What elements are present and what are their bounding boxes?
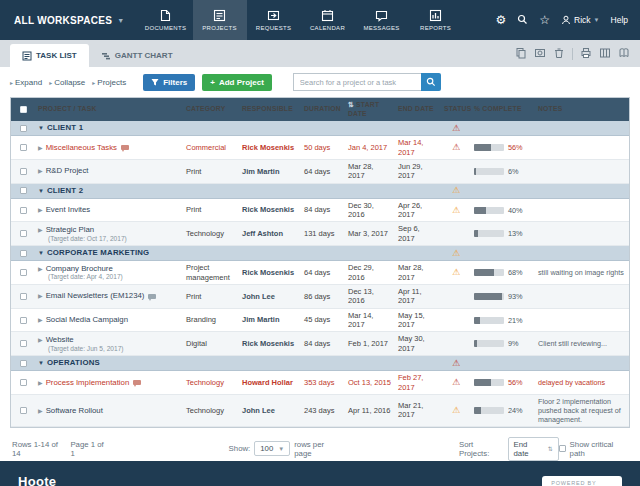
comment-icon[interactable] <box>121 145 129 150</box>
nav-requests[interactable]: REQUESTS <box>247 0 301 40</box>
settings-gear-icon[interactable]: ⚙ <box>496 14 507 26</box>
expand-icon[interactable]: ▶ <box>38 293 43 299</box>
task-name[interactable]: Miscellaneous Tasks <box>46 143 117 152</box>
group-name[interactable]: CLIENT 2 <box>47 186 83 195</box>
nav-reports[interactable]: REPORTS <box>409 0 463 40</box>
row-checkbox[interactable] <box>20 168 27 175</box>
warning-icon: ⚠ <box>452 186 460 195</box>
expand-icon[interactable]: ▶ <box>38 408 43 414</box>
search-icon[interactable] <box>517 14 528 27</box>
row-checkbox[interactable] <box>20 187 27 194</box>
task-name[interactable]: Company Brochure <box>46 264 113 273</box>
rows-per-page-select[interactable]: 100▼ <box>254 441 290 456</box>
col-responsible[interactable]: RESPONSIBLE <box>239 102 301 116</box>
task-row: ▶Strategic Plan(Target date: Oct 17, 201… <box>11 222 629 246</box>
critical-path-checkbox[interactable] <box>559 445 566 452</box>
comment-icon[interactable] <box>133 380 141 385</box>
sort-projects-select[interactable]: End date⇅ <box>508 437 559 461</box>
snapshot-icon[interactable] <box>534 45 546 63</box>
progress-bar <box>474 144 504 151</box>
row-checkbox[interactable] <box>20 379 27 386</box>
group-name[interactable]: CORPORATE MARKETING <box>47 248 149 257</box>
col-complete[interactable]: % COMPLETE <box>471 102 535 116</box>
powered-by-badge[interactable]: POWERED BY workzone <box>542 476 622 486</box>
print-icon[interactable] <box>580 45 592 63</box>
messages-icon <box>375 9 388 22</box>
plus-icon: + <box>210 78 215 87</box>
row-checkbox[interactable] <box>20 269 27 276</box>
projects-link[interactable]: ▸Projects <box>92 78 126 87</box>
expand-icon[interactable]: ▶ <box>38 145 43 151</box>
col-end-date[interactable]: END DATE <box>395 102 441 116</box>
expand-icon[interactable]: ▶ <box>38 227 43 233</box>
col-duration[interactable]: DURATION <box>301 102 345 116</box>
col-category[interactable]: CATEGORY <box>183 102 239 116</box>
nav-calendar[interactable]: CALENDAR <box>301 0 355 40</box>
filters-button[interactable]: Filters <box>143 74 195 91</box>
nav-messages[interactable]: MESSAGES <box>355 0 409 40</box>
task-name[interactable]: Event Invites <box>46 205 91 214</box>
nav-projects[interactable]: PROJECTS <box>193 0 247 40</box>
workspace-selector[interactable]: ALL WORKSPACES ▼ <box>0 0 139 40</box>
col-start-date[interactable]: ⇅START DATE <box>345 98 395 121</box>
duplicate-icon[interactable] <box>515 45 527 63</box>
task-name[interactable]: Process Implementation <box>46 378 130 387</box>
search-submit-button[interactable] <box>421 73 441 91</box>
expand-icon[interactable]: ▶ <box>38 266 43 272</box>
expand-icon[interactable]: ▶ <box>38 337 43 343</box>
category-cell: Digital <box>183 337 239 350</box>
task-name[interactable]: Strategic Plan <box>46 225 95 234</box>
task-name[interactable]: Software Rollout <box>46 406 103 415</box>
select-all-checkbox[interactable] <box>20 106 27 113</box>
task-name[interactable]: R&D Project <box>46 166 89 175</box>
task-name[interactable]: Email Newsletters (EM1234) <box>46 291 145 300</box>
task-name[interactable]: Social Media Campaign <box>46 315 128 324</box>
user-menu[interactable]: Rick ▼ <box>561 15 599 25</box>
tab-gantt-chart[interactable]: GANTT CHART <box>89 44 185 67</box>
table-body: ▼CLIENT 1⚠▶Miscellaneous TasksCommercial… <box>11 121 629 427</box>
row-checkbox[interactable] <box>20 125 27 132</box>
search-input[interactable] <box>293 73 421 91</box>
group-row: ▼CLIENT 2⚠ <box>11 184 629 199</box>
collapse-icon[interactable]: ▼ <box>38 125 44 131</box>
task-name[interactable]: Website <box>46 335 74 344</box>
group-name[interactable]: CLIENT 1 <box>47 123 83 132</box>
rows-info: Rows 1-14 of 14 <box>12 440 66 458</box>
expand-icon[interactable]: ▶ <box>38 317 43 323</box>
collapse-icon[interactable]: ▼ <box>38 360 44 366</box>
expand-icon[interactable]: ▶ <box>38 380 43 386</box>
row-checkbox[interactable] <box>20 144 27 151</box>
row-checkbox[interactable] <box>20 360 27 367</box>
trash-icon[interactable] <box>553 45 565 63</box>
row-checkbox[interactable] <box>20 317 27 324</box>
manual-icon[interactable] <box>618 45 630 63</box>
star-icon[interactable]: ☆ <box>539 14 550 26</box>
expand-icon[interactable]: ▶ <box>38 168 43 174</box>
sort-label: Sort Projects: <box>459 440 504 458</box>
col-notes[interactable]: NOTES <box>535 102 629 116</box>
row-checkbox[interactable] <box>20 207 27 214</box>
expand-link[interactable]: ▸Expand <box>10 78 42 87</box>
row-checkbox[interactable] <box>20 250 27 257</box>
group-name[interactable]: OPERATIONS <box>47 358 100 367</box>
collapse-link[interactable]: ▸Collapse <box>49 78 85 87</box>
add-project-button[interactable]: + Add Project <box>202 74 272 91</box>
collapse-icon[interactable]: ▼ <box>38 250 44 256</box>
row-checkbox[interactable] <box>20 230 27 237</box>
critical-path-toggle[interactable]: Show critical path <box>559 440 628 458</box>
group-row: ▼CORPORATE MARKETING⚠ <box>11 246 629 261</box>
collapse-icon[interactable]: ▼ <box>38 188 44 194</box>
duration-cell: 353 days <box>301 376 345 389</box>
row-checkbox[interactable] <box>20 407 27 414</box>
col-project-task[interactable]: PROJECT / TASK <box>35 102 183 116</box>
col-status[interactable]: STATUS <box>441 102 471 116</box>
nav-documents[interactable]: DOCUMENTS <box>139 0 193 40</box>
comment-icon[interactable] <box>148 294 156 299</box>
row-checkbox[interactable] <box>20 293 27 300</box>
alert-icon: ⚠ <box>452 143 460 152</box>
row-checkbox[interactable] <box>20 340 27 347</box>
expand-icon[interactable]: ▶ <box>38 207 43 213</box>
columns-icon[interactable] <box>599 45 611 63</box>
tab-task-list[interactable]: TASK LIST <box>10 44 89 67</box>
help-link[interactable]: Help <box>611 15 628 25</box>
